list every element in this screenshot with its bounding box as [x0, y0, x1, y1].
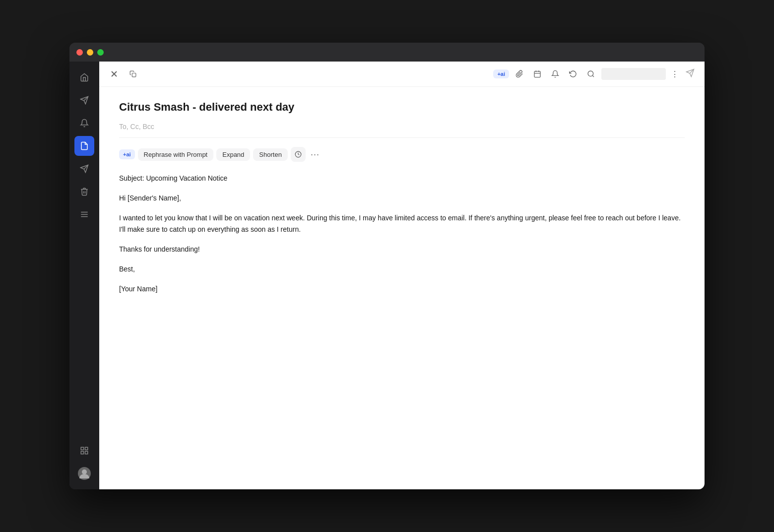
- svg-rect-9: [81, 452, 83, 454]
- svg-point-20: [588, 71, 593, 76]
- search-icon[interactable]: [583, 66, 598, 81]
- history-toolbar-button[interactable]: [291, 147, 306, 162]
- title-bar: [69, 43, 705, 62]
- email-header-right: +ai: [493, 66, 697, 81]
- app-body: +ai: [69, 62, 705, 489]
- sidebar-icon-menu[interactable]: [74, 204, 94, 224]
- email-subject[interactable]: Citrus Smash - delivered next day: [119, 101, 685, 114]
- calendar-icon[interactable]: [530, 66, 545, 81]
- svg-rect-16: [534, 71, 540, 77]
- notification-icon[interactable]: [548, 66, 563, 81]
- more-options-button[interactable]: ⋮: [669, 67, 681, 81]
- sidebar-icon-home[interactable]: [74, 67, 94, 87]
- traffic-lights: [76, 49, 104, 56]
- body-subject-line: Subject: Upcoming Vacation Notice: [119, 173, 685, 185]
- ai-toolbar: +ai Rephrase with Prompt Expand Shorten …: [119, 147, 685, 162]
- svg-rect-10: [85, 452, 88, 454]
- more-ai-options-button[interactable]: ···: [309, 148, 322, 161]
- email-compose: Citrus Smash - delivered next day To, Cc…: [99, 87, 705, 489]
- ai-toolbar-badge[interactable]: +ai: [119, 149, 135, 159]
- email-body[interactable]: Subject: Upcoming Vacation Notice Hi [Se…: [119, 173, 685, 295]
- content-area: +ai: [99, 62, 705, 489]
- body-greeting: Hi [Sender's Name],: [119, 193, 685, 204]
- email-recipients[interactable]: To, Cc, Bcc: [119, 123, 685, 138]
- close-button[interactable]: [76, 49, 83, 56]
- recipient-preview: [601, 68, 666, 80]
- svg-rect-7: [81, 447, 83, 450]
- body-signature-best: Best,: [119, 264, 685, 275]
- expand-button[interactable]: Expand: [216, 148, 250, 161]
- svg-rect-8: [85, 447, 88, 450]
- sidebar-icon-compose[interactable]: [74, 90, 94, 110]
- body-thanks: Thanks for understanding!: [119, 244, 685, 256]
- send-button[interactable]: [684, 66, 697, 81]
- body-main-paragraph: I wanted to let you know that I will be …: [119, 212, 685, 236]
- sidebar-icon-trash[interactable]: [74, 182, 94, 201]
- history-icon[interactable]: [566, 66, 580, 81]
- email-header-left: [107, 67, 140, 81]
- shorten-button[interactable]: Shorten: [253, 148, 288, 161]
- email-header-bar: +ai: [99, 62, 705, 87]
- minimize-button[interactable]: [87, 49, 93, 56]
- svg-rect-15: [132, 73, 136, 77]
- sidebar-icon-send[interactable]: [74, 159, 94, 179]
- sidebar: [69, 62, 99, 489]
- sidebar-icon-document[interactable]: [74, 136, 94, 156]
- svg-point-12: [82, 469, 87, 474]
- sidebar-icon-grid[interactable]: [74, 441, 94, 461]
- sidebar-icon-notifications[interactable]: [74, 113, 94, 133]
- attach-icon[interactable]: [512, 66, 527, 81]
- mac-window: +ai: [69, 43, 705, 489]
- close-compose-button[interactable]: [107, 67, 121, 81]
- maximize-button[interactable]: [97, 49, 104, 56]
- rephrase-with-prompt-button[interactable]: Rephrase with Prompt: [138, 148, 214, 161]
- svg-line-21: [592, 75, 594, 77]
- body-signature-name: [Your Name]: [119, 283, 685, 295]
- sidebar-icon-avatar[interactable]: [74, 464, 94, 483]
- ai-button[interactable]: +ai: [493, 69, 509, 78]
- copy-compose-button[interactable]: [126, 67, 140, 81]
